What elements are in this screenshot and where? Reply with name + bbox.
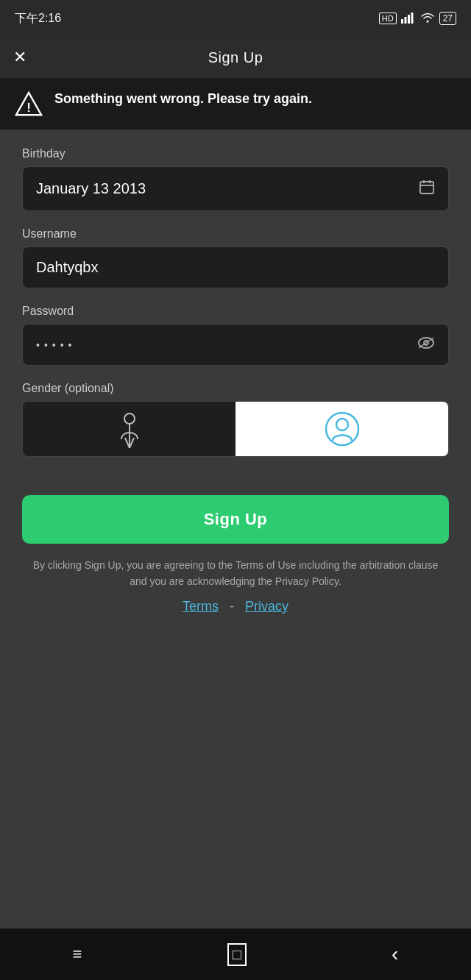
svg-point-13: [124, 413, 135, 424]
error-message: Something went wrong. Please try again.: [54, 90, 312, 108]
birthday-input-wrapper[interactable]: [22, 166, 449, 211]
header-title: Sign Up: [208, 49, 263, 66]
gender-label: Gender (optional): [22, 382, 449, 395]
wifi-icon: [420, 12, 435, 26]
error-banner: ! Something went wrong. Please try again…: [0, 78, 471, 129]
eye-icon[interactable]: [417, 336, 435, 353]
svg-point-4: [426, 20, 428, 22]
header: ✕ Sign Up: [0, 37, 471, 78]
bottom-nav: ≡ □ ‹: [0, 928, 471, 980]
svg-text:!: !: [26, 101, 31, 115]
svg-point-17: [326, 413, 358, 445]
warning-icon: !: [15, 90, 43, 118]
username-input[interactable]: [36, 259, 435, 276]
back-nav-icon[interactable]: ‹: [392, 942, 398, 966]
username-field-group: Username: [22, 227, 449, 288]
signup-button[interactable]: Sign Up: [22, 495, 449, 544]
gender-female-option[interactable]: [23, 402, 236, 456]
gender-field-group: Gender (optional): [22, 382, 449, 457]
svg-rect-3: [411, 13, 413, 24]
close-button[interactable]: ✕: [13, 48, 26, 67]
legal-section: By clicking Sign Up, you are agreeing to…: [22, 557, 449, 614]
username-label: Username: [22, 227, 449, 241]
terms-link[interactable]: Terms: [183, 599, 219, 614]
calendar-icon: [419, 179, 435, 199]
birthday-field-group: Birthday: [22, 147, 449, 211]
birthday-label: Birthday: [22, 147, 449, 160]
gender-toggle[interactable]: [22, 401, 449, 457]
menu-nav-icon[interactable]: ≡: [73, 945, 82, 964]
password-input-wrapper[interactable]: •••••: [22, 324, 449, 366]
svg-point-18: [336, 419, 348, 430]
gender-male-option[interactable]: [236, 402, 448, 456]
privacy-link[interactable]: Privacy: [245, 599, 288, 614]
legal-separator: -: [230, 599, 234, 614]
password-dots: •••••: [36, 339, 77, 351]
svg-rect-6: [420, 182, 433, 193]
svg-rect-1: [404, 17, 406, 24]
password-field-group: Password •••••: [22, 305, 449, 366]
battery-indicator: 27: [439, 12, 456, 25]
hd-badge: HD: [379, 13, 397, 24]
password-label: Password: [22, 305, 449, 318]
svg-rect-0: [401, 19, 403, 24]
legal-links: Terms - Privacy: [22, 599, 449, 614]
status-bar: 下午2:16 HD 27: [0, 0, 471, 37]
home-nav-icon[interactable]: □: [227, 943, 247, 966]
svg-rect-2: [408, 15, 410, 24]
signal-icon: [401, 12, 416, 26]
form-container: Birthday Username Password •••••: [0, 129, 471, 636]
legal-text: By clicking Sign Up, you are agreeing to…: [22, 557, 449, 590]
birthday-input[interactable]: [36, 180, 411, 197]
username-input-wrapper[interactable]: [22, 246, 449, 288]
status-time: 下午2:16: [15, 11, 61, 26]
status-icons: HD 27: [379, 12, 456, 26]
